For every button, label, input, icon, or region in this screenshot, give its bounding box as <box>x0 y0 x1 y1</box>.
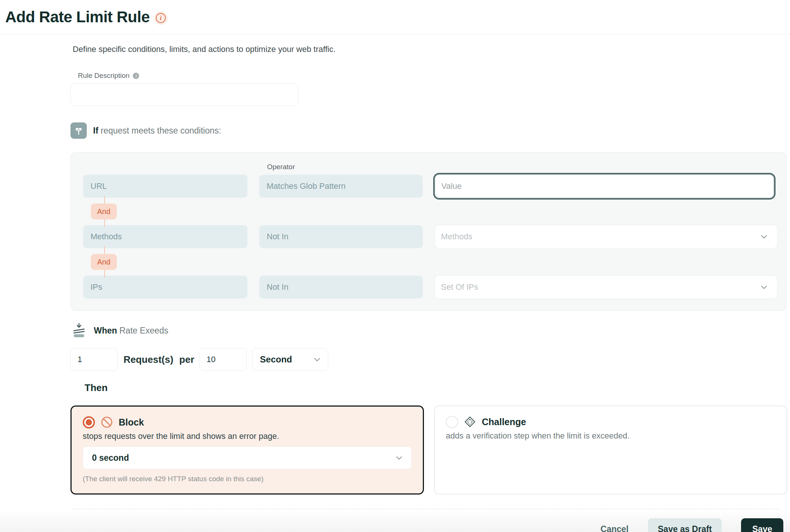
requests-label: Request(s) <box>124 354 173 365</box>
block-option-name: Block <box>119 417 144 428</box>
condition-field-url[interactable]: URL <box>83 175 247 198</box>
chevron-down-icon <box>761 285 767 289</box>
challenge-option-card[interactable]: Challenge adds a verification step when … <box>434 405 787 495</box>
condition-connector: And <box>83 249 777 275</box>
page-header: Add Rate Limit Rule i <box>0 0 790 34</box>
save-as-draft-button[interactable]: Save as Draft <box>648 518 722 532</box>
conditions-grid: URL Matches Glob Pattern And Methods Not… <box>83 174 777 299</box>
when-section-header: When Rate Exeeds <box>70 322 790 339</box>
chevron-down-icon <box>761 235 767 239</box>
condition-value-select-ips[interactable]: Set Of IPs <box>435 275 777 299</box>
condition-field-methods[interactable]: Methods <box>83 225 247 248</box>
per-label: per <box>179 354 194 365</box>
conditions-box: Operator URL Matches Glob Pattern And Me… <box>70 152 787 311</box>
action-cards: Block stops requests over the limit and … <box>70 405 790 495</box>
time-unit-value: Second <box>260 354 292 365</box>
rule-description-info-icon[interactable]: i <box>133 73 139 79</box>
when-text: Rate Exeeds <box>119 326 168 335</box>
request-count-input[interactable] <box>70 348 118 371</box>
challenge-radio-unselected[interactable] <box>446 416 458 428</box>
rate-config-row: Request(s) per Second <box>70 348 790 371</box>
cancel-button[interactable]: Cancel <box>600 524 628 532</box>
condition-operator-ips[interactable]: Not In <box>259 276 423 299</box>
block-status-code-note: (The client will receive 429 HTTP status… <box>83 475 412 483</box>
challenge-option-header: Challenge <box>446 416 776 428</box>
title-info-icon[interactable]: i <box>154 12 168 25</box>
block-radio-selected[interactable] <box>83 416 95 428</box>
time-unit-select[interactable]: Second <box>252 348 328 371</box>
operator-column-label: Operator <box>267 163 777 171</box>
block-option-description: stops requests over the limit and shows … <box>83 431 412 441</box>
condition-value-select-methods[interactable]: Methods <box>435 225 777 249</box>
rule-form: Define specific conditions, limits, and … <box>0 45 790 509</box>
condition-value-input-url[interactable] <box>435 174 774 198</box>
condition-operator-methods[interactable]: Not In <box>259 225 423 248</box>
and-badge[interactable]: And <box>91 254 117 270</box>
form-footer: Cancel Save as Draft Save <box>0 509 790 532</box>
rate-stack-icon <box>70 322 88 339</box>
methods-select-placeholder: Methods <box>441 232 472 242</box>
if-keyword: If <box>93 126 98 135</box>
if-section-header: If request meets these conditions: <box>70 122 790 139</box>
chevron-down-icon <box>396 456 402 460</box>
when-keyword: When <box>94 326 117 335</box>
then-label: Then <box>85 382 790 394</box>
condition-connector: And <box>83 198 777 225</box>
block-duration-select[interactable]: 0 second <box>83 446 412 469</box>
rule-description-label: Rule Description <box>78 72 129 80</box>
condition-operator-url[interactable]: Matches Glob Pattern <box>259 175 423 198</box>
block-duration-value: 0 second <box>92 453 129 463</box>
challenge-captcha-icon <box>464 416 476 428</box>
challenge-option-name: Challenge <box>482 417 526 427</box>
challenge-option-description: adds a verification step when the limit … <box>446 431 776 441</box>
rule-description-input[interactable] <box>70 83 298 106</box>
page-title: Add Rate Limit Rule <box>5 8 150 26</box>
ips-select-placeholder: Set Of IPs <box>441 282 478 292</box>
save-button[interactable]: Save <box>741 518 783 532</box>
block-icon <box>101 416 113 428</box>
condition-field-ips[interactable]: IPs <box>83 276 247 299</box>
rule-description-label-row: Rule Description i <box>78 72 790 80</box>
intro-text: Define specific conditions, limits, and … <box>73 45 790 54</box>
chevron-down-icon <box>314 358 320 362</box>
branch-icon <box>70 122 87 139</box>
block-option-card[interactable]: Block stops requests over the limit and … <box>70 405 424 495</box>
time-window-input[interactable] <box>200 348 247 371</box>
block-option-header: Block <box>83 416 412 428</box>
and-badge[interactable]: And <box>91 204 117 220</box>
if-text: request meets these conditions: <box>101 126 221 135</box>
